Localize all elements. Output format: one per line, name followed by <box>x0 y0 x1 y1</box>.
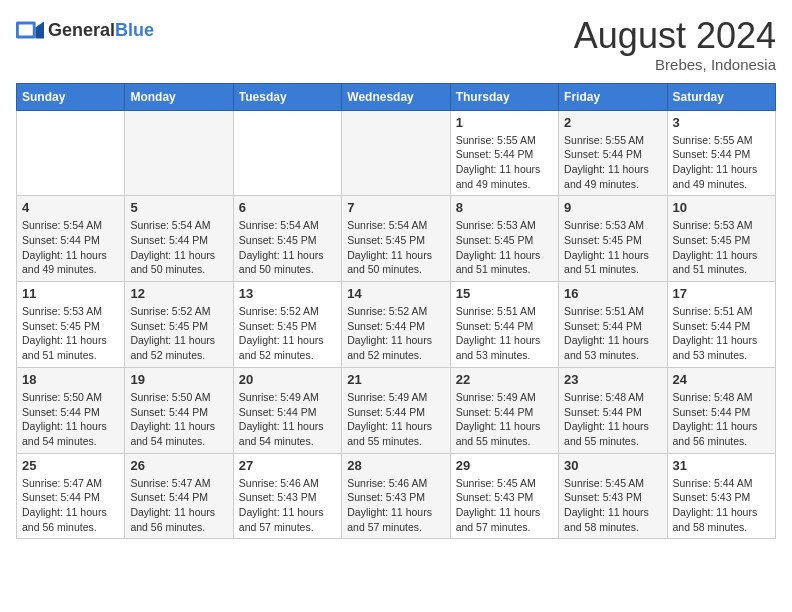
day-number: 5 <box>130 200 227 215</box>
calendar-cell: 27Sunrise: 5:46 AM Sunset: 5:43 PM Dayli… <box>233 453 341 539</box>
day-info: Sunrise: 5:44 AM Sunset: 5:43 PM Dayligh… <box>673 476 770 535</box>
calendar-cell: 8Sunrise: 5:53 AM Sunset: 5:45 PM Daylig… <box>450 196 558 282</box>
calendar-cell: 25Sunrise: 5:47 AM Sunset: 5:44 PM Dayli… <box>17 453 125 539</box>
day-info: Sunrise: 5:52 AM Sunset: 5:45 PM Dayligh… <box>130 304 227 363</box>
calendar-cell <box>17 110 125 196</box>
calendar-cell: 29Sunrise: 5:45 AM Sunset: 5:43 PM Dayli… <box>450 453 558 539</box>
day-info: Sunrise: 5:54 AM Sunset: 5:45 PM Dayligh… <box>347 218 444 277</box>
day-number: 13 <box>239 286 336 301</box>
day-number: 7 <box>347 200 444 215</box>
day-number: 21 <box>347 372 444 387</box>
day-info: Sunrise: 5:54 AM Sunset: 5:44 PM Dayligh… <box>130 218 227 277</box>
calendar-cell: 1Sunrise: 5:55 AM Sunset: 5:44 PM Daylig… <box>450 110 558 196</box>
calendar-cell: 6Sunrise: 5:54 AM Sunset: 5:45 PM Daylig… <box>233 196 341 282</box>
week-row-3: 11Sunrise: 5:53 AM Sunset: 5:45 PM Dayli… <box>17 282 776 368</box>
weekday-header-tuesday: Tuesday <box>233 83 341 110</box>
logo-blue: Blue <box>115 20 154 40</box>
week-row-1: 1Sunrise: 5:55 AM Sunset: 5:44 PM Daylig… <box>17 110 776 196</box>
calendar-cell: 11Sunrise: 5:53 AM Sunset: 5:45 PM Dayli… <box>17 282 125 368</box>
weekday-header-friday: Friday <box>559 83 667 110</box>
day-number: 6 <box>239 200 336 215</box>
day-info: Sunrise: 5:52 AM Sunset: 5:45 PM Dayligh… <box>239 304 336 363</box>
day-number: 25 <box>22 458 119 473</box>
logo: GeneralBlue <box>16 16 154 44</box>
day-number: 22 <box>456 372 553 387</box>
calendar-cell: 19Sunrise: 5:50 AM Sunset: 5:44 PM Dayli… <box>125 367 233 453</box>
calendar-cell: 28Sunrise: 5:46 AM Sunset: 5:43 PM Dayli… <box>342 453 450 539</box>
day-info: Sunrise: 5:50 AM Sunset: 5:44 PM Dayligh… <box>22 390 119 449</box>
calendar-cell: 14Sunrise: 5:52 AM Sunset: 5:44 PM Dayli… <box>342 282 450 368</box>
logo-icon <box>16 16 44 44</box>
calendar-cell: 16Sunrise: 5:51 AM Sunset: 5:44 PM Dayli… <box>559 282 667 368</box>
calendar-cell: 4Sunrise: 5:54 AM Sunset: 5:44 PM Daylig… <box>17 196 125 282</box>
weekday-header-saturday: Saturday <box>667 83 775 110</box>
calendar-cell: 22Sunrise: 5:49 AM Sunset: 5:44 PM Dayli… <box>450 367 558 453</box>
day-info: Sunrise: 5:55 AM Sunset: 5:44 PM Dayligh… <box>673 133 770 192</box>
weekday-header-sunday: Sunday <box>17 83 125 110</box>
day-number: 23 <box>564 372 661 387</box>
calendar-cell: 20Sunrise: 5:49 AM Sunset: 5:44 PM Dayli… <box>233 367 341 453</box>
calendar-cell: 17Sunrise: 5:51 AM Sunset: 5:44 PM Dayli… <box>667 282 775 368</box>
day-number: 24 <box>673 372 770 387</box>
calendar-cell <box>233 110 341 196</box>
day-number: 10 <box>673 200 770 215</box>
weekday-header-wednesday: Wednesday <box>342 83 450 110</box>
day-info: Sunrise: 5:52 AM Sunset: 5:44 PM Dayligh… <box>347 304 444 363</box>
day-number: 9 <box>564 200 661 215</box>
day-number: 20 <box>239 372 336 387</box>
day-number: 26 <box>130 458 227 473</box>
calendar-cell: 13Sunrise: 5:52 AM Sunset: 5:45 PM Dayli… <box>233 282 341 368</box>
day-info: Sunrise: 5:49 AM Sunset: 5:44 PM Dayligh… <box>239 390 336 449</box>
day-number: 4 <box>22 200 119 215</box>
calendar-cell: 2Sunrise: 5:55 AM Sunset: 5:44 PM Daylig… <box>559 110 667 196</box>
calendar-cell: 7Sunrise: 5:54 AM Sunset: 5:45 PM Daylig… <box>342 196 450 282</box>
day-number: 28 <box>347 458 444 473</box>
day-number: 15 <box>456 286 553 301</box>
week-row-5: 25Sunrise: 5:47 AM Sunset: 5:44 PM Dayli… <box>17 453 776 539</box>
day-number: 16 <box>564 286 661 301</box>
subtitle: Brebes, Indonesia <box>574 56 776 73</box>
calendar-cell: 10Sunrise: 5:53 AM Sunset: 5:45 PM Dayli… <box>667 196 775 282</box>
calendar-cell <box>342 110 450 196</box>
calendar-cell: 31Sunrise: 5:44 AM Sunset: 5:43 PM Dayli… <box>667 453 775 539</box>
day-info: Sunrise: 5:51 AM Sunset: 5:44 PM Dayligh… <box>564 304 661 363</box>
svg-marker-2 <box>36 22 44 39</box>
day-info: Sunrise: 5:54 AM Sunset: 5:44 PM Dayligh… <box>22 218 119 277</box>
day-number: 2 <box>564 115 661 130</box>
day-number: 1 <box>456 115 553 130</box>
calendar-cell: 23Sunrise: 5:48 AM Sunset: 5:44 PM Dayli… <box>559 367 667 453</box>
day-info: Sunrise: 5:53 AM Sunset: 5:45 PM Dayligh… <box>564 218 661 277</box>
day-number: 17 <box>673 286 770 301</box>
title-block: August 2024 Brebes, Indonesia <box>574 16 776 73</box>
calendar-cell: 24Sunrise: 5:48 AM Sunset: 5:44 PM Dayli… <box>667 367 775 453</box>
calendar-cell: 21Sunrise: 5:49 AM Sunset: 5:44 PM Dayli… <box>342 367 450 453</box>
day-info: Sunrise: 5:47 AM Sunset: 5:44 PM Dayligh… <box>22 476 119 535</box>
svg-rect-1 <box>19 24 33 35</box>
day-info: Sunrise: 5:55 AM Sunset: 5:44 PM Dayligh… <box>564 133 661 192</box>
weekday-header-row: SundayMondayTuesdayWednesdayThursdayFrid… <box>17 83 776 110</box>
day-info: Sunrise: 5:48 AM Sunset: 5:44 PM Dayligh… <box>673 390 770 449</box>
week-row-2: 4Sunrise: 5:54 AM Sunset: 5:44 PM Daylig… <box>17 196 776 282</box>
calendar-cell: 18Sunrise: 5:50 AM Sunset: 5:44 PM Dayli… <box>17 367 125 453</box>
calendar-cell: 3Sunrise: 5:55 AM Sunset: 5:44 PM Daylig… <box>667 110 775 196</box>
day-info: Sunrise: 5:55 AM Sunset: 5:44 PM Dayligh… <box>456 133 553 192</box>
page-header: GeneralBlue August 2024 Brebes, Indonesi… <box>16 16 776 73</box>
day-number: 11 <box>22 286 119 301</box>
day-info: Sunrise: 5:45 AM Sunset: 5:43 PM Dayligh… <box>564 476 661 535</box>
day-info: Sunrise: 5:49 AM Sunset: 5:44 PM Dayligh… <box>347 390 444 449</box>
day-info: Sunrise: 5:49 AM Sunset: 5:44 PM Dayligh… <box>456 390 553 449</box>
week-row-4: 18Sunrise: 5:50 AM Sunset: 5:44 PM Dayli… <box>17 367 776 453</box>
calendar-cell: 26Sunrise: 5:47 AM Sunset: 5:44 PM Dayli… <box>125 453 233 539</box>
day-info: Sunrise: 5:46 AM Sunset: 5:43 PM Dayligh… <box>347 476 444 535</box>
weekday-header-thursday: Thursday <box>450 83 558 110</box>
day-info: Sunrise: 5:50 AM Sunset: 5:44 PM Dayligh… <box>130 390 227 449</box>
day-info: Sunrise: 5:45 AM Sunset: 5:43 PM Dayligh… <box>456 476 553 535</box>
day-info: Sunrise: 5:53 AM Sunset: 5:45 PM Dayligh… <box>456 218 553 277</box>
day-number: 19 <box>130 372 227 387</box>
calendar-cell: 12Sunrise: 5:52 AM Sunset: 5:45 PM Dayli… <box>125 282 233 368</box>
calendar-cell: 9Sunrise: 5:53 AM Sunset: 5:45 PM Daylig… <box>559 196 667 282</box>
day-number: 3 <box>673 115 770 130</box>
day-info: Sunrise: 5:53 AM Sunset: 5:45 PM Dayligh… <box>673 218 770 277</box>
day-info: Sunrise: 5:53 AM Sunset: 5:45 PM Dayligh… <box>22 304 119 363</box>
main-title: August 2024 <box>574 16 776 56</box>
